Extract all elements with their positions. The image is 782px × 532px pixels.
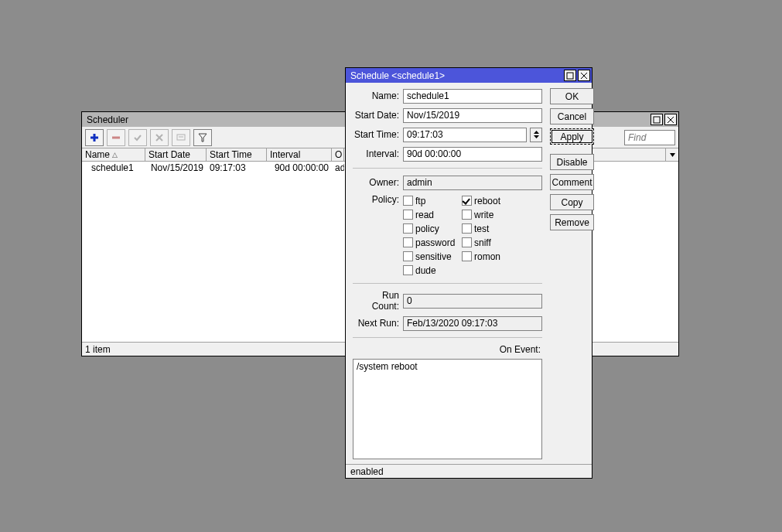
schedule-dialog-titlebar[interactable]: Schedule <schedule1>: [346, 68, 592, 83]
policy-dude[interactable]: dude: [403, 264, 460, 277]
label-start-time: Start Time:: [353, 129, 399, 140]
enable-button[interactable]: [128, 129, 147, 146]
next-run-display: [403, 316, 542, 331]
find-input[interactable]: [624, 130, 675, 145]
policy-test[interactable]: test: [462, 222, 516, 235]
label-run-count: Run Count:: [353, 290, 399, 312]
run-count-display: [403, 294, 542, 309]
policy-sniff[interactable]: sniff: [462, 236, 516, 249]
column-header-interval[interactable]: Interval: [267, 148, 332, 161]
column-header-start-date[interactable]: Start Date: [145, 148, 207, 161]
filter-button[interactable]: [193, 129, 212, 146]
start-time-input[interactable]: [403, 128, 527, 142]
policy-grid: ftp reboot read write policy test passwo…: [403, 194, 516, 277]
remove-button[interactable]: [107, 129, 125, 146]
policy-reboot[interactable]: reboot: [462, 194, 516, 207]
label-interval: Interval:: [353, 148, 399, 159]
minimize-icon[interactable]: [651, 114, 663, 125]
start-date-input[interactable]: [403, 108, 542, 123]
name-input[interactable]: [403, 89, 542, 104]
svg-marker-11: [670, 153, 675, 157]
dialog-buttons: OK Cancel Apply Disable Comment Copy Rem…: [550, 88, 594, 459]
remove-button[interactable]: Remove: [550, 214, 594, 230]
schedule-dialog-title: Schedule <schedule1>: [350, 70, 564, 81]
schedule-form: Name: Start Date: Start Time: Interval:: [353, 88, 542, 459]
label-policy: Policy:: [353, 194, 399, 205]
column-header-name[interactable]: Name △: [82, 148, 145, 161]
column-header-start-time[interactable]: Start Time: [207, 148, 267, 161]
close-icon[interactable]: [664, 114, 677, 125]
copy-button[interactable]: Copy: [550, 194, 594, 210]
apply-button[interactable]: Apply: [550, 128, 594, 145]
sort-indicator-icon: △: [112, 151, 118, 159]
ok-button[interactable]: OK: [550, 88, 594, 104]
policy-sensitive[interactable]: sensitive: [403, 250, 460, 263]
policy-policy[interactable]: policy: [403, 222, 460, 235]
owner-display: [403, 176, 542, 190]
policy-ftp[interactable]: ftp: [403, 194, 460, 207]
on-event-textarea[interactable]: [353, 359, 542, 459]
svg-marker-16: [534, 135, 539, 138]
svg-marker-15: [534, 131, 539, 134]
policy-read[interactable]: read: [403, 208, 460, 221]
minimize-icon[interactable]: [564, 70, 576, 81]
policy-password[interactable]: password: [403, 236, 460, 249]
add-button[interactable]: [85, 129, 104, 146]
policy-write[interactable]: write: [462, 208, 516, 221]
label-owner: Owner:: [353, 177, 399, 188]
svg-rect-0: [654, 117, 660, 123]
start-time-spinner[interactable]: [530, 128, 542, 142]
label-on-event: On Event:: [353, 344, 542, 355]
policy-romon[interactable]: romon: [462, 250, 516, 263]
disable-button[interactable]: [150, 129, 169, 146]
cancel-button[interactable]: Cancel: [550, 108, 594, 124]
interval-input[interactable]: [403, 147, 542, 162]
column-header-owner-trunc[interactable]: O: [332, 148, 344, 161]
schedule-dialog: Schedule <schedule1> Name: Start Date: S…: [345, 67, 592, 479]
comment-button[interactable]: Comment: [550, 174, 594, 190]
svg-marker-10: [199, 134, 207, 142]
disable-button[interactable]: Disable: [550, 154, 594, 170]
close-icon[interactable]: [578, 70, 590, 81]
schedule-dialog-statusbar: enabled: [346, 464, 592, 478]
comment-button[interactable]: [172, 129, 190, 146]
svg-rect-12: [567, 73, 573, 79]
label-name: Name:: [353, 90, 399, 101]
label-start-date: Start Date:: [353, 110, 399, 121]
label-next-run: Next Run:: [353, 318, 399, 329]
columns-dropdown[interactable]: [665, 148, 678, 161]
